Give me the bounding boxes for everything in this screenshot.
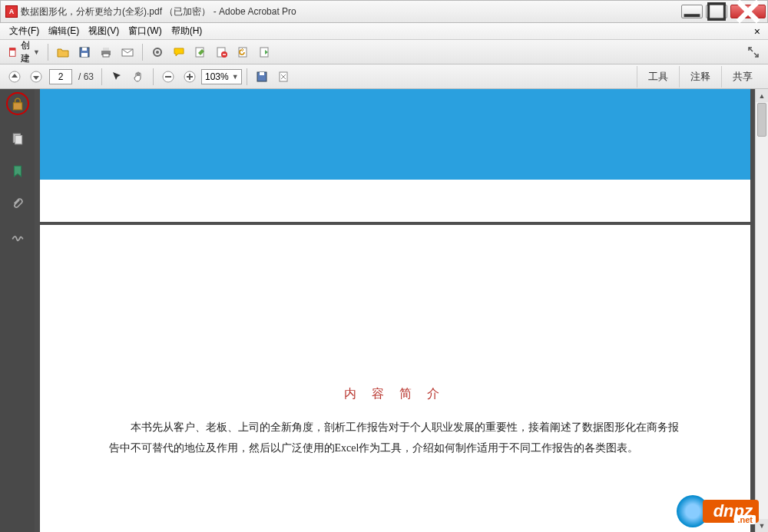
comment-panel-button[interactable]: 注释 <box>679 66 721 88</box>
body-paragraph: 本书先从客户、老板、上司的全新角度，剖析工作报告对于个人职业发展的重要性，接着阐… <box>109 418 681 458</box>
open-button[interactable] <box>53 43 73 61</box>
speech-bubble-icon <box>173 46 185 58</box>
settings-button[interactable] <box>147 43 167 61</box>
signatures-button[interactable] <box>9 227 26 244</box>
security-highlight <box>6 92 29 115</box>
print-button[interactable] <box>96 43 116 61</box>
arrow-down-icon <box>30 71 42 83</box>
scroll-thumb[interactable] <box>757 103 766 137</box>
page-delete-icon <box>216 46 228 58</box>
svg-rect-33 <box>15 136 22 144</box>
watermark-text-wrap: dnpz .net <box>703 500 759 523</box>
prev-page-button[interactable] <box>5 68 25 86</box>
edit-page-icon <box>194 46 207 58</box>
share-panel-button[interactable]: 共享 <box>721 66 763 88</box>
zoom-out-button[interactable] <box>158 68 178 86</box>
edit-text-button[interactable] <box>190 43 210 61</box>
menu-view[interactable]: 视图(V) <box>84 23 124 39</box>
save-copy-button[interactable] <box>252 68 272 86</box>
arrow-up-icon <box>8 71 21 83</box>
fullscreen-button[interactable] <box>743 43 763 61</box>
page-header-band <box>40 89 750 180</box>
svg-rect-11 <box>103 54 109 57</box>
page-content: 内 容 简 介 本书先从客户、老板、上司的全新角度，剖析工作报告对于个人职业发展… <box>40 225 750 458</box>
hand-tool-button[interactable] <box>128 68 148 86</box>
document-area[interactable]: 内 容 简 介 本书先从客户、老板、上司的全新角度，剖析工作报告对于个人职业发展… <box>35 89 755 532</box>
svg-rect-1 <box>709 4 725 20</box>
scroll-up-button[interactable]: ▲ <box>756 89 768 102</box>
fit-page-button[interactable] <box>273 68 293 86</box>
close-icon <box>731 0 765 28</box>
floppy-disk-icon <box>78 46 91 58</box>
watermark-subtext: .net <box>734 515 756 524</box>
save-button[interactable] <box>74 43 94 61</box>
separator <box>48 44 48 61</box>
separator <box>247 68 247 85</box>
pages-icon <box>11 132 25 146</box>
zoom-in-button[interactable] <box>180 68 200 86</box>
folder-open-icon <box>57 46 69 58</box>
close-button[interactable] <box>730 5 766 18</box>
workspace: 内 容 简 介 本书先从客户、老板、上司的全新角度，剖析工作报告对于个人职业发展… <box>0 89 768 532</box>
svg-rect-10 <box>103 48 109 51</box>
separator <box>142 44 143 61</box>
create-button[interactable]: 创建 ▼ <box>5 43 43 61</box>
create-pdf-icon <box>8 48 18 57</box>
page-gap <box>40 180 750 222</box>
create-label: 创建 <box>21 39 30 65</box>
svg-point-14 <box>156 51 159 54</box>
window-title: 数据图形化，分析更给力(全彩).pdf （已加密） - Adobe Acroba… <box>21 5 681 18</box>
bookmarks-button[interactable] <box>9 163 26 180</box>
select-tool-button[interactable] <box>107 68 127 86</box>
zoom-out-icon <box>162 71 174 83</box>
right-tool-panel: 工具 注释 共享 <box>637 66 763 88</box>
app-icon: A <box>5 5 18 18</box>
menu-bar: 文件(F) 编辑(E) 视图(V) 窗口(W) 帮助(H) × <box>0 23 768 40</box>
comment-button[interactable] <box>169 43 189 61</box>
rotate-page-button[interactable] <box>233 43 253 61</box>
menu-file[interactable]: 文件(F) <box>5 23 44 39</box>
menu-edit[interactable]: 编辑(E) <box>44 23 84 39</box>
cursor-icon <box>111 71 123 83</box>
vertical-scrollbar[interactable]: ▲ ▼ <box>755 89 768 532</box>
export-page-button[interactable] <box>255 43 275 61</box>
delete-page-button[interactable] <box>212 43 232 61</box>
zoom-select[interactable]: 103% ▼ <box>201 69 242 84</box>
page-export-icon <box>259 46 271 58</box>
navigation-panel <box>0 89 35 532</box>
paperclip-icon <box>11 197 25 210</box>
printer-icon <box>100 46 112 58</box>
menu-help[interactable]: 帮助(H) <box>167 23 207 39</box>
svg-rect-7 <box>82 48 87 51</box>
window-titlebar: A 数据图形化，分析更给力(全彩).pdf （已加密） - Adobe Acro… <box>0 0 768 23</box>
page-number-input[interactable] <box>49 69 72 84</box>
security-panel-button[interactable] <box>9 95 26 112</box>
next-page-button[interactable] <box>26 68 46 86</box>
email-button[interactable] <box>118 43 137 61</box>
zoom-in-icon <box>184 71 196 83</box>
watermark: dnpz .net <box>677 495 759 527</box>
attachments-button[interactable] <box>9 195 26 212</box>
page-rotate-icon <box>237 46 250 58</box>
svg-rect-31 <box>13 103 22 110</box>
gear-icon <box>151 46 164 58</box>
toolbar-navigation: / 63 103% ▼ 工具 注释 共享 <box>0 64 768 89</box>
zoom-value: 103% <box>205 71 229 82</box>
minimize-icon <box>682 2 702 21</box>
separator <box>153 68 154 85</box>
maximize-icon <box>707 2 727 21</box>
maximize-button[interactable] <box>706 5 727 18</box>
pdf-page: 内 容 简 介 本书先从客户、老板、上司的全新角度，剖析工作报告对于个人职业发展… <box>40 89 750 532</box>
toolbar-primary: 创建 ▼ <box>0 40 768 64</box>
expand-icon <box>747 46 760 58</box>
chevron-down-icon: ▼ <box>33 48 39 56</box>
section-heading: 内 容 简 介 <box>109 386 681 402</box>
hand-icon <box>132 71 144 83</box>
minimize-button[interactable] <box>681 5 703 18</box>
page-thumbnails-button[interactable] <box>9 131 26 147</box>
signature-icon <box>11 229 25 243</box>
menu-window[interactable]: 窗口(W) <box>124 23 166 39</box>
svg-rect-5 <box>10 48 16 50</box>
chevron-down-icon: ▼ <box>232 73 238 81</box>
tools-panel-button[interactable]: 工具 <box>637 66 679 88</box>
